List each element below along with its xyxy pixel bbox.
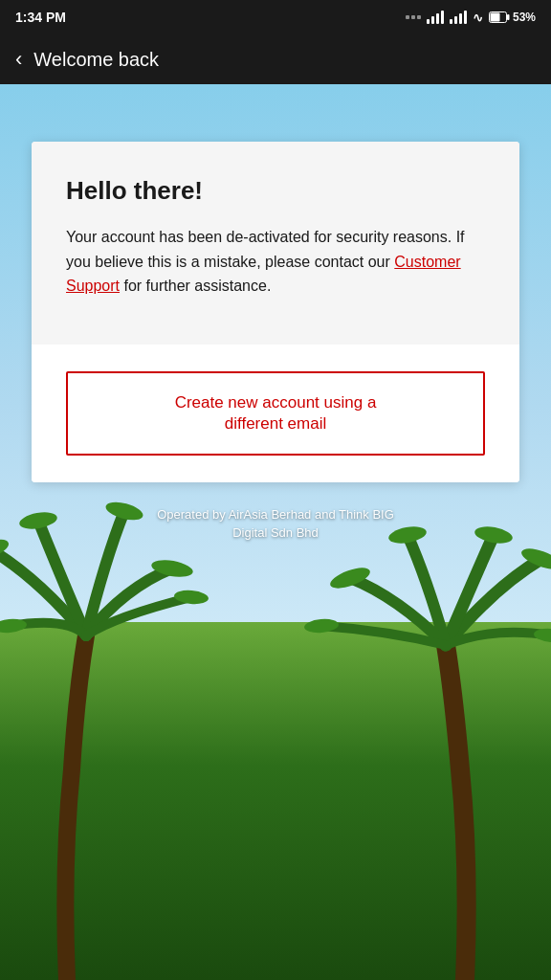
powered-by-footer: Operated by AirAsia Berhad and Think BIG…: [157, 505, 394, 543]
card-body: Hello there! Your account has been de-ac…: [32, 142, 519, 345]
wifi-icon: ∿: [473, 11, 483, 25]
svg-rect-1: [507, 14, 510, 20]
powered-by-line2: Digital Sdn Bhd: [157, 523, 394, 543]
content-wrapper: Hello there! Your account has been de-ac…: [0, 84, 551, 980]
powered-by-line1: Operated by AirAsia Berhad and Think BIG: [157, 505, 394, 524]
card-footer: Create new account using adifferent emai…: [32, 345, 519, 482]
status-bar: 1:34 PM ∿: [0, 0, 551, 34]
signal-dots-icon: [406, 15, 421, 19]
info-card: Hello there! Your account has been de-ac…: [32, 142, 519, 482]
status-icons: ∿ 53%: [406, 11, 536, 25]
signal-bars-icon: [427, 11, 444, 24]
card-heading: Hello there!: [66, 176, 485, 206]
signal-bars2-icon: [450, 11, 467, 24]
nav-title: Welcome back: [33, 49, 159, 71]
svg-rect-2: [490, 13, 499, 22]
card-message: Your account has been de-activated for s…: [66, 225, 485, 299]
battery-percent: 53%: [513, 11, 536, 24]
nav-bar: ‹ Welcome back: [0, 34, 551, 84]
card-message-part2: for further assistance.: [120, 278, 271, 294]
back-button[interactable]: ‹: [15, 49, 22, 70]
battery-icon: 53%: [489, 11, 536, 24]
status-time: 1:34 PM: [15, 10, 66, 25]
create-account-button[interactable]: Create new account using adifferent emai…: [66, 371, 485, 456]
